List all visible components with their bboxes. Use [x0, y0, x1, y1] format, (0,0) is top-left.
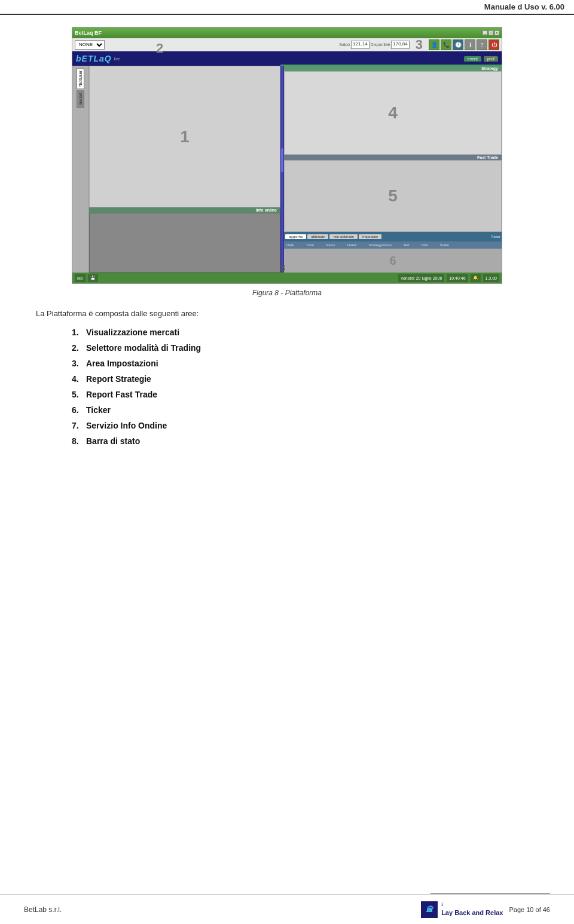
list-num-8: 8.: [72, 436, 86, 446]
page-footer: BetLab s.r.l. 🏛 ℹ Lay Back and Relax Pag…: [0, 894, 574, 924]
area-4: 4: [284, 71, 502, 155]
ticker-tab-aggiorha[interactable]: aggiorha: [285, 234, 306, 239]
ticker-tab-impostate[interactable]: Impostate: [359, 234, 381, 239]
toolbar-icons: Saldo 121.14 Disponible 170.84 3 👤 📞 🕐 ℹ…: [339, 37, 499, 53]
list-num-2: 2.: [72, 343, 86, 353]
list-text-4: Report Strategie: [86, 374, 151, 384]
clock-icon-btn[interactable]: 🕐: [453, 39, 463, 50]
app-body: *botUser market 1 Info online 7: [72, 66, 502, 273]
figure-caption: Figura 8 - Piattaforma: [24, 289, 550, 297]
footer-logo-text: Lay Back and Relax: [441, 909, 503, 916]
sidebar-tab-botuser[interactable]: *botUser: [77, 68, 84, 89]
strategy-label: Strategy: [284, 66, 502, 71]
col-name: Name: [326, 243, 335, 247]
status-time: 10:40:46: [447, 274, 468, 282]
fast-trade-text: Fast Trade: [477, 155, 498, 160]
saldo-value: 121.14: [351, 41, 369, 49]
app-window: BetLaq BF _ □ × NONE 2 Saldo 121.14: [72, 27, 502, 283]
left-sidebar: *botUser market: [72, 66, 89, 273]
area-1: 1: [89, 66, 280, 207]
left-panel: 1 Info online 7: [89, 66, 280, 273]
info-icon-btn[interactable]: ℹ: [465, 39, 475, 50]
list-num-6: 6.: [72, 405, 86, 415]
list-item: 2. Selettore modalità di Trading: [72, 343, 550, 353]
feature-list: 1. Visualizzazione mercati 2. Selettore …: [72, 328, 550, 446]
col-detail: Detail: [347, 243, 356, 247]
col-stake: Stake: [440, 243, 449, 247]
minimize-btn[interactable]: _: [483, 30, 487, 35]
page-content: BetLaq BF _ □ × NONE 2 Saldo 121.14: [0, 15, 574, 476]
app-toolbar: NONE 2 Saldo 121.14 Disponible 170.84 3 …: [72, 38, 502, 51]
list-item: 3. Area Impostazioni: [72, 359, 550, 368]
status-alert-icon: 🔔: [471, 274, 481, 282]
status-date: venerdì 20 luglio 2006: [398, 274, 444, 282]
col-strategyname: Strategynfame: [368, 243, 392, 247]
list-text-8: Barra di stato: [86, 436, 140, 446]
list-text-3: Area Impostazioni: [86, 359, 158, 368]
list-text-7: Servizio Info Ondine: [86, 421, 167, 430]
close-btn[interactable]: ×: [494, 30, 499, 35]
footer-logo-icon: 🏛: [421, 901, 438, 918]
footer-page-info: Page 10 of 46: [509, 906, 550, 913]
area-3-label: 3: [416, 37, 423, 53]
status-save-icon: 💾: [88, 274, 98, 282]
right-bottom: aggiorha abbinate non abbinate Impostate…: [284, 232, 502, 273]
mode-select[interactable]: NONE: [75, 40, 105, 50]
ticker-tab-abbinate[interactable]: abbinate: [307, 234, 328, 239]
ticker-tab-label: Ticker: [491, 235, 500, 238]
phone-icon-btn[interactable]: 📞: [441, 39, 451, 50]
list-text-1: Visualizzazione mercati: [86, 328, 179, 337]
list-item: 4. Report Strategie: [72, 374, 550, 384]
footer-logo-text-block: ℹ Lay Back and Relax: [441, 902, 503, 917]
list-item: 8. Barra di stato: [72, 436, 550, 446]
app-title: BetLaq BF: [75, 30, 102, 36]
list-item: 7. Servizio Info Ondine: [72, 421, 550, 430]
list-item: 1. Visualizzazione mercati: [72, 328, 550, 337]
list-text-5: Report Fast Trade: [86, 390, 157, 399]
maximize-btn[interactable]: □: [488, 30, 493, 35]
col-bet: Bet: [404, 243, 409, 247]
disponible-label: Disponible: [371, 42, 390, 47]
list-num-4: 4.: [72, 374, 86, 384]
list-num-3: 3.: [72, 359, 86, 368]
list-text-6: Ticker: [86, 405, 111, 415]
col-date: Date: [286, 243, 294, 247]
intro-text: La Piattaforma è composta dalle seguenti…: [36, 309, 550, 318]
titlebar-left: BetLaq BF: [75, 30, 102, 36]
col-time: Time: [306, 243, 314, 247]
list-item: 5. Report Fast Trade: [72, 390, 550, 399]
ticker-tab-non-abbinate[interactable]: non abbinate: [329, 234, 358, 239]
list-item: 6. Ticker: [72, 405, 550, 415]
footer-company: BetLab s.r.l.: [24, 905, 62, 914]
app-statusbar: Mo 💾 venerdì 20 luglio 2006 10:40:46 🔔 1…: [72, 273, 502, 283]
app-logo: bETLaQ: [76, 54, 112, 63]
area-1-number: 1: [180, 127, 190, 146]
logo-sub: live: [114, 57, 121, 61]
area-7-number: 7: [181, 236, 188, 250]
sidebar-tab-market[interactable]: market: [77, 90, 84, 108]
prof-tab[interactable]: prof: [484, 56, 498, 62]
strategy-text: Strategy: [481, 66, 498, 71]
area-7: 7: [89, 213, 280, 273]
event-tab[interactable]: event: [464, 56, 481, 62]
status-version: 1.3.00: [483, 274, 499, 282]
area-8-label: 8: [280, 263, 285, 273]
footer-logo: 🏛 ℹ Lay Back and Relax: [421, 901, 503, 918]
saldo-label: Saldo: [339, 42, 350, 47]
right-panel: Strategy 4 Fast Trade 5: [284, 66, 502, 273]
list-num-1: 1.: [72, 328, 86, 337]
page-info-text: Page 10 of 46: [509, 906, 550, 913]
list-num-5: 5.: [72, 390, 86, 399]
power-icon-btn[interactable]: ⏻: [488, 39, 499, 50]
help-icon-btn[interactable]: ?: [477, 39, 487, 50]
ticker-tabs-bar: aggiorha abbinate non abbinate Impostate…: [284, 232, 502, 241]
footer-right: 🏛 ℹ Lay Back and Relax Page 10 of 46: [421, 901, 550, 918]
ticker-header: Date Time Name Detail Strategynfame Bet …: [284, 241, 502, 249]
area-4-number: 4: [388, 103, 398, 123]
area-2-label: 2: [156, 41, 163, 56]
logo-bar: bETLaQ live event prof: [72, 51, 502, 66]
col-odd: Odd: [421, 243, 428, 247]
footer-logo-small: ℹ: [441, 902, 503, 907]
area-6-number: 6: [389, 254, 396, 268]
users-icon-btn[interactable]: 👤: [429, 39, 439, 50]
